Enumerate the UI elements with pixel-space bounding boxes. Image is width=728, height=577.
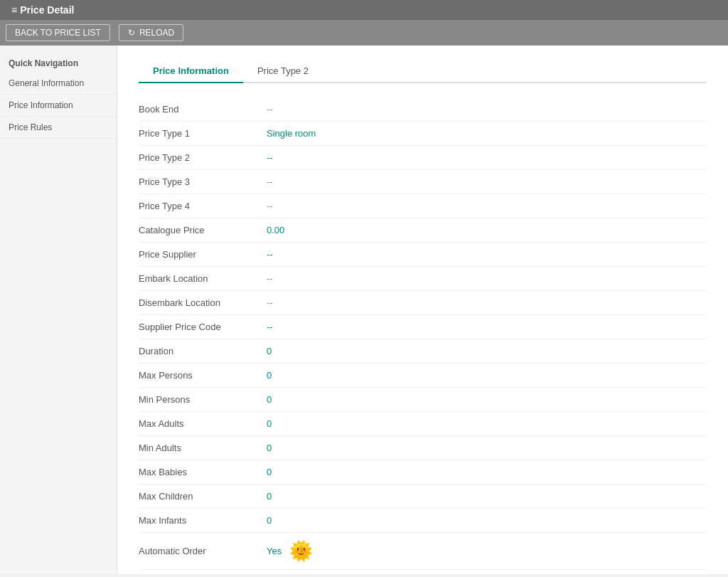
field-label: Disembark Location <box>139 297 267 308</box>
field-value: 0.00 <box>267 225 284 235</box>
sidebar-title: Quick Navigation <box>0 53 117 73</box>
field-value: -- <box>267 249 273 260</box>
field-value: 0 <box>267 467 272 477</box>
fields-container: Book End--Price Type 1Single roomPrice T… <box>139 97 707 574</box>
field-row: Max Adults0 <box>139 412 707 436</box>
back-to-price-list-button[interactable]: BACK TO PRICE LIST <box>6 24 110 41</box>
title-bar: ≡ Price Detail <box>0 0 728 20</box>
field-row: Disembark Location-- <box>139 291 707 315</box>
field-value: -- <box>267 152 273 163</box>
field-row: Price Type 1Single room <box>139 122 707 146</box>
field-label: Min Persons <box>139 394 267 405</box>
field-row: Supplier Price Code-- <box>139 315 707 339</box>
field-row: Max Children0 <box>139 485 707 509</box>
field-row: Price Supplier-- <box>139 243 707 267</box>
field-value: -- <box>267 104 273 115</box>
field-label: Price Type 2 <box>139 152 267 163</box>
field-value: -- <box>267 176 273 187</box>
field-value: -- <box>267 297 273 308</box>
field-value: 0 <box>267 370 272 381</box>
field-label: Max Babies <box>139 467 267 477</box>
sidebar-item-general-information[interactable]: General Information <box>0 73 117 95</box>
field-label: Book End <box>139 104 267 115</box>
field-label: Max Children <box>139 491 267 502</box>
field-row: Min Adults0 <box>139 436 707 460</box>
field-label: Max Infants <box>139 515 267 526</box>
field-row: Book End-- <box>139 97 707 122</box>
field-value: Yes <box>267 546 282 556</box>
tab-price-type-2[interactable]: Price Type 2 <box>243 60 323 83</box>
field-value: Single room <box>267 128 316 139</box>
field-value: 0 <box>267 491 272 502</box>
field-row: Price Type 3-- <box>139 170 707 194</box>
toolbar: BACK TO PRICE LIST ↻ RELOAD <box>0 20 728 46</box>
field-value: -- <box>267 201 273 211</box>
field-row: Price Type 2-- <box>139 146 707 170</box>
main-content: Price Information Price Type 2 Book End-… <box>117 46 728 574</box>
field-value: 0 <box>267 515 272 526</box>
field-label: Min Adults <box>139 443 267 453</box>
field-label: Duration <box>139 346 267 356</box>
field-row: Catalogue Price0.00 <box>139 218 707 243</box>
field-value: 0 <box>267 443 272 453</box>
tab-price-information[interactable]: Price Information <box>139 60 243 83</box>
field-label: Catalogue Price <box>139 225 267 235</box>
field-row: Min Persons0 <box>139 388 707 412</box>
sidebar-item-price-rules[interactable]: Price Rules <box>0 117 117 139</box>
field-row: Duration0 <box>139 339 707 364</box>
field-label: Price Supplier <box>139 249 267 260</box>
field-value: -- <box>267 322 273 332</box>
field-value: 0 <box>267 394 272 405</box>
section-tabs: Price Information Price Type 2 <box>139 60 707 83</box>
field-label: Price Type 1 <box>139 128 267 139</box>
field-value: 0 <box>267 346 272 356</box>
field-label: Automatic Order <box>139 546 267 556</box>
sidebar: Quick Navigation General Information Pri… <box>0 46 117 574</box>
field-label: Price Type 4 <box>139 201 267 211</box>
reload-button[interactable]: ↻ RELOAD <box>119 24 183 41</box>
reload-icon: ↻ <box>128 28 135 38</box>
field-label: Supplier Price Code <box>139 322 267 332</box>
field-label: Embark Location <box>139 273 267 284</box>
field-label: Price Type 3 <box>139 176 267 187</box>
field-row: Max Babies0 <box>139 460 707 485</box>
field-label: Max Adults <box>139 418 267 429</box>
field-label: Max Persons <box>139 370 267 381</box>
field-row: Max Infants0 <box>139 509 707 533</box>
page-title: Price Detail <box>20 4 74 16</box>
field-row: Automatic OrderYes🌞 <box>139 533 707 570</box>
field-row: Embark Location-- <box>139 267 707 291</box>
menu-icon: ≡ <box>11 4 17 16</box>
field-row: Price Type 4-- <box>139 194 707 218</box>
field-value: -- <box>267 273 273 284</box>
field-row: Max Persons0 <box>139 364 707 388</box>
sidebar-item-price-information[interactable]: Price Information <box>0 95 117 117</box>
field-row: One Time ChargeYes <box>139 570 707 574</box>
main-layout: Quick Navigation General Information Pri… <box>0 46 728 574</box>
field-value: 0 <box>267 418 272 429</box>
sun-emoji-icon: 🌞 <box>289 539 314 563</box>
